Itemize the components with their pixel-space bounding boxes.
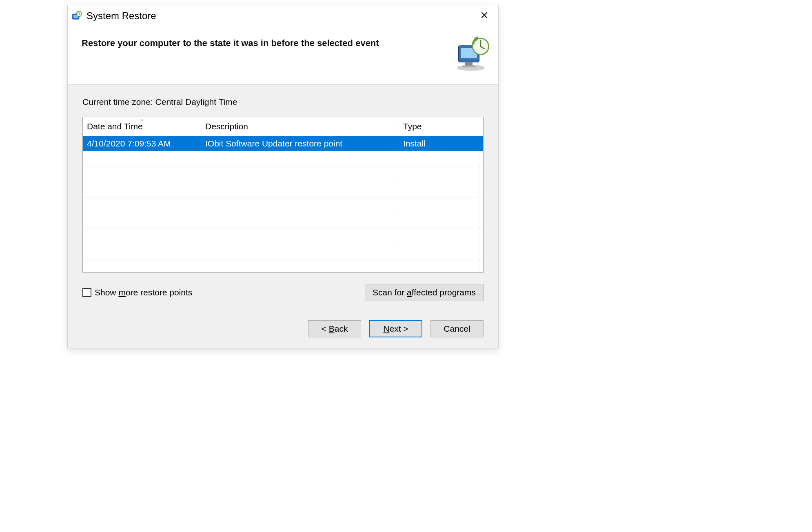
back-button[interactable]: < Back [308, 320, 361, 337]
table-row [83, 167, 483, 182]
wizard-content: Current time zone: Central Daylight Time… [68, 85, 498, 311]
system-restore-icon [72, 11, 82, 21]
table-body: 4/10/2020 7:09:53 AM IObit Software Upda… [83, 136, 483, 272]
column-header-description[interactable]: Description [201, 117, 399, 136]
sort-indicator-icon: ⌄ [140, 116, 144, 122]
scan-affected-programs-button[interactable]: Scan for affected programs [365, 284, 484, 301]
table-row [83, 260, 483, 272]
svg-rect-8 [462, 66, 475, 68]
below-table-row: Show more restore points Scan for affect… [82, 284, 484, 301]
timezone-label: Current time zone: Central Daylight Time [82, 97, 484, 107]
table-row [83, 229, 483, 244]
titlebar: System Restore [68, 5, 498, 27]
close-icon [481, 11, 488, 21]
table-row [83, 151, 483, 167]
column-header-type[interactable]: Type [399, 117, 479, 136]
table-row [83, 182, 483, 198]
page-heading: Restore your computer to the state it wa… [82, 35, 446, 49]
svg-rect-7 [465, 62, 473, 66]
next-button[interactable]: Next > [369, 320, 422, 337]
restore-computer-icon [454, 35, 491, 72]
table-row [83, 198, 483, 213]
close-button[interactable] [476, 8, 493, 24]
table-row [83, 213, 483, 229]
column-header-description-label: Description [205, 122, 248, 131]
column-header-type-label: Type [403, 122, 422, 131]
show-more-label: Show more restore points [95, 288, 192, 297]
cell-date: 4/10/2020 7:09:53 AM [83, 136, 201, 151]
cancel-button[interactable]: Cancel [430, 320, 484, 337]
table-row [83, 244, 483, 260]
column-header-date[interactable]: ⌄ Date and Time [83, 117, 201, 136]
restore-points-table[interactable]: ⌄ Date and Time Description Type 4/10/20… [82, 117, 484, 273]
column-header-date-label: Date and Time [87, 122, 143, 131]
wizard-footer: < Back Next > Cancel [68, 311, 498, 348]
checkbox-box-icon [82, 288, 91, 297]
wizard-header: Restore your computer to the state it wa… [68, 27, 498, 85]
system-restore-dialog: System Restore Restore your computer to … [67, 5, 499, 348]
table-row[interactable]: 4/10/2020 7:09:53 AM IObit Software Upda… [83, 136, 483, 151]
show-more-checkbox[interactable]: Show more restore points [82, 288, 192, 297]
window-title: System Restore [87, 10, 476, 22]
cell-description: IObit Software Updater restore point [201, 136, 399, 151]
cell-type: Install [399, 136, 479, 151]
table-header: ⌄ Date and Time Description Type [83, 117, 483, 136]
